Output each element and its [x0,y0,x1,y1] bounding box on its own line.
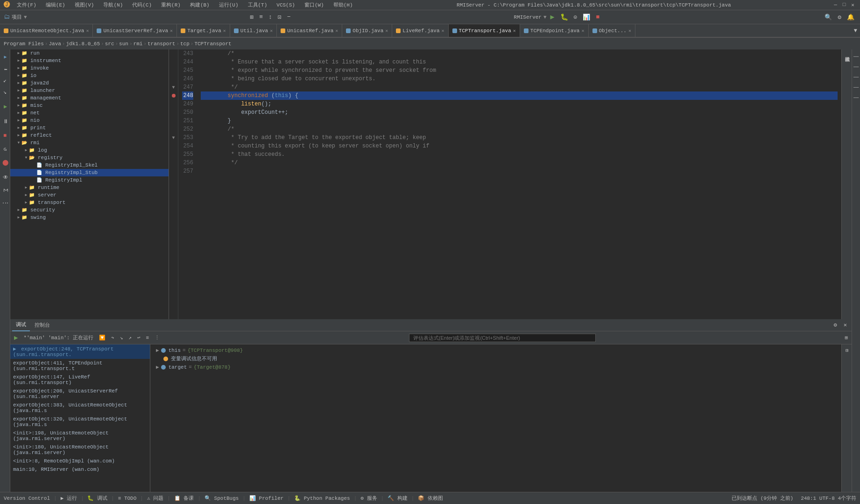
menu-window[interactable]: 窗口(W) [302,0,327,9]
breadcrumb-item-1[interactable]: Java [49,41,61,47]
debug-side-expand[interactable]: ⊞ [843,346,850,355]
frame-8[interactable]: <init>:8, RemoteObjImpl (wan.com) [10,457,150,465]
action-stop[interactable]: ■ [1,130,9,142]
debug-step-into[interactable]: ↘ [118,334,125,342]
tree-print[interactable]: 📁 print [10,124,169,132]
tree-instrument[interactable]: 📁 instrument [10,57,169,64]
breadcrumb-item-8[interactable]: TCPTransport [194,41,231,47]
close-button[interactable]: ✕ [849,2,856,8]
tree-server[interactable]: 📁 server [10,191,169,199]
action-watch[interactable]: 👁 [1,171,9,183]
action-breakpoint[interactable]: ⬤ [1,156,9,168]
tree-invoke[interactable]: 📁 invoke [10,64,169,72]
toolbar-layout[interactable]: ⊞ [248,13,256,22]
frame-5[interactable]: exportObject:320, UnicastRemoteObject (j… [10,415,150,429]
frame-4[interactable]: exportObject:383, UnicastRemoteObject (j… [10,401,150,415]
status-deps[interactable]: 📦 依赖图 [418,495,443,502]
toolbar-run-config[interactable]: RMIServer [514,14,542,20]
tab-close-7[interactable]: ✕ [513,28,516,34]
tab-close-3[interactable]: ✕ [270,28,273,34]
bottom-close-btn[interactable]: ✕ [841,322,850,329]
toolbar-list[interactable]: ≡ [257,13,265,21]
breadcrumb-item-7[interactable]: tcp [180,41,190,47]
status-vc[interactable]: Version Control [4,496,50,501]
frame-6[interactable]: <init>:198, UnicastRemoteObject (java.rm… [10,429,150,443]
menu-code[interactable]: 代码(C) [129,0,155,9]
status-debug[interactable]: 🐛 调试 [87,495,107,502]
breadcrumb-item-6[interactable]: transport [148,41,175,47]
reader-mode-label[interactable]: 阅读器模式 [843,51,851,55]
toolbar-stop-btn[interactable]: ■ [594,13,601,21]
code-content[interactable]: /* * Ensure that a server socket is list… [197,49,841,319]
breadcrumb-item-0[interactable]: Program Files [4,41,44,47]
frame-9[interactable]: main:10, RMIServer (wan.com) [10,465,150,474]
tab-4[interactable]: UnicastRef.java ✕ [277,24,342,37]
right-bar-btn-2[interactable]: │ [853,63,859,70]
menu-view[interactable]: 视图(V) [72,0,97,9]
tree-security[interactable]: 📁 security [10,206,169,214]
fold-arrow-253[interactable]: ▼ [172,135,175,140]
var-expand-target[interactable]: ▶ [156,364,159,370]
tab-close-6[interactable]: ✕ [442,28,444,34]
frame-0[interactable]: ▶ exportObject:248, TCPTransport (sun.rm… [10,344,150,359]
menu-vcs[interactable]: VCS(S) [274,1,298,9]
toolbar-collapse[interactable]: − [285,13,293,21]
breadcrumb-item-4[interactable]: sun [119,41,128,47]
debug-evaluate[interactable]: ≡ [144,334,151,342]
debug-run-config[interactable]: *'main' 'main': 正在运行 [21,333,95,342]
toolbar-coverage-btn[interactable]: ⊙ [572,13,579,22]
tab-3[interactable]: Util.java ✕ [230,24,277,37]
debug-resume-btn[interactable]: ▶ [12,333,20,343]
tree-swing[interactable]: 📁 swing [10,214,169,221]
tab-close-9[interactable]: ✕ [628,28,631,34]
tab-9[interactable]: Object... ✕ [589,24,635,37]
tree-registryimpl-skel[interactable]: 📄 RegistryImpl_Skel [10,161,169,169]
maximize-button[interactable]: □ [841,2,848,8]
action-step-in[interactable]: ↘ [1,77,9,85]
tab-close-8[interactable]: ✕ [581,28,584,34]
menu-tools[interactable]: 工具(T) [245,0,270,9]
action-more[interactable]: ⋮ [1,197,9,209]
tab-overflow[interactable]: ▼ [851,28,860,34]
eval-input-area[interactable] [409,334,596,342]
toolbar-sort[interactable]: ↕ [267,13,274,21]
menu-refactor[interactable]: 重构(R) [158,0,183,9]
tree-net[interactable]: 📁 net [10,109,169,117]
tab-close-1[interactable]: ✕ [170,28,173,34]
tree-launcher[interactable]: 📁 launcher [10,87,169,94]
project-dropdown[interactable]: ▼ [24,14,27,20]
right-bar-btn-5[interactable]: │ [853,94,859,101]
eval-input[interactable] [413,335,592,341]
toolbar-notification[interactable]: 🔔 [845,13,856,22]
toolbar-debug-btn[interactable]: 🐛 [558,12,570,22]
debug-step-out[interactable]: ↗ [127,334,134,342]
status-todo[interactable]: ≡ TODO [118,496,137,501]
right-bar-btn-4[interactable]: │ [853,84,859,91]
toolbar-filter[interactable]: ⊡ [276,13,283,22]
status-services[interactable]: ⚙ 服务 [360,495,377,502]
breadcrumb-item-5[interactable]: rmi [134,41,143,47]
bottom-tab-console[interactable]: 控制台 [31,319,54,331]
debug-run-to-cursor[interactable]: ↩ [135,334,142,342]
debug-step-over[interactable]: ↷ [109,334,116,342]
tab-7[interactable]: TCPTransport.java ✕ [449,24,520,37]
tree-transport[interactable]: 📁 transport [10,199,169,206]
right-bar-btn-3[interactable]: │ [853,74,859,80]
action-restart[interactable]: ↺ [1,145,9,154]
debug-more[interactable]: ⋮ [153,334,162,342]
frame-1[interactable]: exportObject:411, TCPEndpoint (sun.rmi.t… [10,359,150,373]
debug-filter-btn[interactable]: 🔽 [97,334,107,342]
toolbar-profile-btn[interactable]: 📊 [581,13,592,22]
tab-0[interactable]: UnicastRemoteObject.java ✕ [0,24,93,37]
action-resume[interactable]: ▶ [1,100,9,112]
menu-nav[interactable]: 导航(N) [100,0,126,9]
tree-run[interactable]: 📁 run [10,49,169,57]
frame-7[interactable]: <init>:180, UnicastRemoteObject (java.rm… [10,443,150,457]
status-build[interactable]: 🔨 构建 [388,495,408,502]
var-target[interactable]: ▶ target = {Target@878} [154,363,838,371]
tree-java2d[interactable]: 📁 java2d [10,79,169,87]
tab-6[interactable]: LiveRef.java ✕ [392,24,448,37]
tab-close-2[interactable]: ✕ [223,28,226,34]
menu-run[interactable]: 运行(U) [216,0,241,9]
fold-arrow-247[interactable]: ▼ [172,85,175,90]
